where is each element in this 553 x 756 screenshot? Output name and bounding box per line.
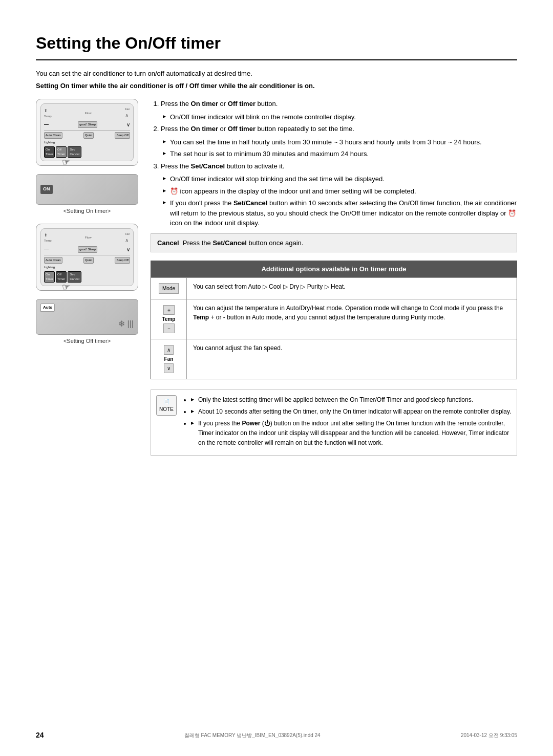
note-icon: 📄 NOTE	[156, 395, 177, 416]
instructions: Press the On timer or Off timer button. …	[151, 99, 517, 456]
fan-down-btn: ∨	[164, 363, 174, 373]
remote-divider1	[44, 130, 130, 131]
options-mode-icon-cell: Mode	[151, 278, 187, 299]
remote2-mid-row: — good' Sleep ∨	[44, 246, 130, 253]
note-list: Only the latest setting timer will be ap…	[183, 395, 512, 448]
page-number: 24	[36, 730, 44, 741]
step3-bullets: On/Off timer indicator will stop blinkin…	[161, 174, 517, 228]
remote2-flow-label: Flow	[85, 235, 92, 240]
step2-bullets: You can set the time in half hourly unit…	[161, 137, 517, 159]
remote-good-sleep-btn: good' Sleep	[78, 121, 97, 128]
temp-minus-btn: －	[163, 323, 175, 333]
options-header: Additional options available in On timer…	[151, 261, 517, 277]
temp-icon: ＋ Temp －	[162, 305, 176, 334]
remote2-on-timer-btn: OnTimer	[44, 271, 55, 283]
remote2-beep-off-btn: Beep Off	[115, 257, 130, 264]
bullet-2-1: You can set the time in half hourly unit…	[163, 137, 517, 147]
remote-on-timer-inner: ⬆Temp Flow Fan∧ — good' Sleep ∨ Auto Cle…	[40, 103, 134, 161]
note-icon-inner: 📄 NOTE	[156, 395, 177, 416]
fan-label: Fan	[164, 355, 174, 363]
display-off-box: Auto OFF ❄ |||	[36, 299, 138, 335]
remote2-timer-row: OnTimer OffTimer Set/Cancel	[44, 271, 130, 283]
remote2-dash: —	[44, 246, 49, 253]
note-label: NOTE	[159, 406, 174, 412]
left-column: ⬆Temp Flow Fan∧ — good' Sleep ∨ Auto Cle…	[36, 99, 138, 456]
caption-on: <Setting On timer>	[63, 207, 111, 215]
options-row-temp: ＋ Temp － You can adjust the temperature …	[151, 299, 517, 339]
remote-temp-label: ⬆Temp	[44, 108, 52, 119]
bold-line: Setting On timer while the air condition…	[36, 81, 517, 91]
footer-date: 2014-03-12 오전 9:33:05	[461, 731, 517, 739]
note-text: Only the latest setting timer will be ap…	[183, 395, 512, 450]
display-on-label: ON	[40, 185, 53, 194]
options-mode-text: You can select from Auto ▷ Cool ▷ Dry ▷ …	[187, 278, 517, 299]
remote-flow-label: Flow	[85, 111, 92, 116]
remote-dash1: —	[44, 121, 49, 128]
page: Setting the On/Off timer You can set the…	[0, 0, 553, 756]
display-off-wrapper: Auto OFF ❄ ||| <Setting Off timer>	[36, 299, 138, 345]
remote2-fan-label: Fan∧	[125, 232, 130, 244]
remote2-quiet-btn: Quiet	[83, 257, 94, 264]
footer-file: 칠레형 FAC MEMORY 냉난방_IBIM_EN_03892A(5).ind…	[184, 731, 321, 739]
mode-btn: Mode	[159, 283, 179, 294]
step-1: Press the On timer or Off timer button.	[161, 99, 517, 109]
bullet-2-2: The set hour is set to minimum 30 minute…	[163, 149, 517, 159]
remote2-auto-clean-btn: Auto Clean	[44, 257, 62, 264]
cancel-box: Cancel Press the Set/Cancel button once …	[151, 233, 517, 253]
options-row-fan: ∧ Fan ∨ You cannot adjust the fan speed.	[151, 339, 517, 379]
remote-off-timer-wrapper: ⬆Temp Flow Fan∧ — good' Sleep ∨ Auto Cle…	[36, 224, 138, 291]
remote-off-timer-box: ⬆Temp Flow Fan∧ — good' Sleep ∨ Auto Cle…	[36, 224, 138, 291]
remote-down-arrow: ∨	[126, 121, 130, 128]
note-item-3: If you press the Power (⏻) button on the…	[191, 419, 512, 448]
options-temp-text: You can adjust the temperature in Auto/D…	[187, 299, 517, 339]
remote-on-timer-wrapper: ⬆Temp Flow Fan∧ — good' Sleep ∨ Auto Cle…	[36, 99, 138, 166]
intro-text: You can set the air conditioner to turn …	[36, 69, 517, 79]
page-footer: 24 칠레형 FAC MEMORY 냉난방_IBIM_EN_03892A(5).…	[0, 730, 553, 741]
remote2-good-sleep-btn: good' Sleep	[78, 246, 97, 253]
note-item-1: Only the latest setting timer will be ap…	[191, 395, 512, 405]
display-on-box: ON	[36, 174, 138, 205]
options-temp-icon-cell: ＋ Temp －	[151, 299, 187, 339]
options-fan-text: You cannot adjust the fan speed.	[187, 339, 517, 379]
remote-timer-row: OnTimer OffTimer Set/Cancel	[44, 146, 130, 158]
remote2-down-arrow: ∨	[126, 246, 130, 253]
remote2-divider	[44, 255, 130, 255]
steps-list: Press the On timer or Off timer button. …	[151, 99, 517, 228]
remote-beep-off-btn: Beep Off	[115, 132, 130, 139]
step-3: Press the Set/Cancel button to activate …	[161, 161, 517, 171]
remote-off-timer-inner: ⬆Temp Flow Fan∧ — good' Sleep ∨ Auto Cle…	[40, 228, 134, 286]
bullet-3-1: On/Off timer indicator will stop blinkin…	[163, 174, 517, 184]
finger-icon: ☞	[62, 156, 70, 169]
note-icon-symbol: 📄	[163, 399, 169, 404]
display-on-wrapper: ON <Setting On timer>	[36, 174, 138, 215]
remote-top-row: ⬆Temp Flow Fan∧	[44, 107, 130, 119]
remote2-lighting-label: Lighting	[44, 265, 130, 270]
remote2-auto-row: Auto Clean Quiet Beep Off	[44, 257, 130, 264]
bullet-3-3: If you don't press the Set/Cancel button…	[163, 198, 517, 228]
remote-fan-label: Fan∧	[125, 107, 130, 119]
remote-auto-row: Auto Clean Quiet Beep Off	[44, 132, 130, 139]
display-auto-label: Auto	[40, 304, 55, 312]
options-fan-icon-cell: ∧ Fan ∨	[151, 339, 187, 379]
fan-icon: ∧ Fan ∨	[164, 344, 174, 374]
main-section: ⬆Temp Flow Fan∧ — good' Sleep ∨ Auto Cle…	[36, 99, 517, 456]
bullet-3-2: ⏰ icon appears in the display of the ind…	[163, 186, 517, 197]
step-2: Press the On timer or Off timer button r…	[161, 124, 517, 134]
remote-mid-row: — good' Sleep ∨	[44, 121, 130, 128]
remote2-top-row: ⬆Temp Flow Fan∧	[44, 232, 130, 244]
remote-on-timer-btn: OnTimer	[44, 146, 55, 158]
remote-auto-clean-btn: Auto Clean	[44, 132, 62, 139]
note-section: 📄 NOTE Only the latest setting timer wil…	[151, 390, 517, 456]
remote-quiet-btn: Quiet	[83, 132, 94, 139]
remote-lighting-label: Lighting	[44, 140, 130, 145]
additional-options-table: Additional options available in On timer…	[151, 261, 517, 379]
temp-plus-btn: ＋	[163, 305, 175, 315]
options-row-mode: Mode You can select from Auto ▷ Cool ▷ D…	[151, 277, 517, 299]
step1-bullets: On/Off timer indicator will blink on the…	[161, 112, 517, 122]
bullet-1-1: On/Off timer indicator will blink on the…	[163, 112, 517, 122]
mode-icon: Mode	[159, 283, 179, 294]
remote-on-timer-box: ⬆Temp Flow Fan∧ — good' Sleep ∨ Auto Cle…	[36, 99, 138, 166]
display-snowflake: ❄ |||	[118, 318, 134, 330]
page-title: Setting the On/Off timer	[36, 31, 517, 60]
fan-up-btn: ∧	[164, 345, 174, 355]
